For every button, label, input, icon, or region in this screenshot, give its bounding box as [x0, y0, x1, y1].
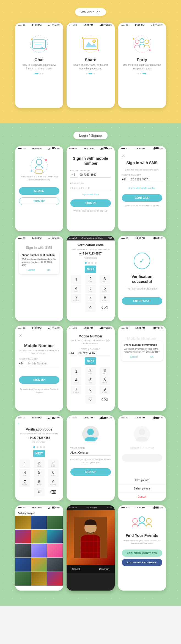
key-9[interactable]: 9WXYZ — [100, 294, 110, 303]
backspace-key[interactable]: ⌫ — [100, 395, 110, 404]
gallery-cell-7[interactable] — [15, 544, 31, 558]
continue-button[interactable]: CONTINUE — [122, 194, 162, 202]
next-button[interactable]: NEXT — [85, 357, 97, 365]
cancel-button[interactable]: Cancel — [118, 493, 166, 501]
country-code[interactable]: +44 — [70, 172, 78, 178]
gallery-cell-4[interactable] — [15, 530, 31, 543]
section-label-walkthrough: Walkthrough — [6, 8, 175, 16]
phone-number-field[interactable]: Mobile Number — [28, 361, 59, 366]
add-from-facebook-button[interactable]: ADD FROM FACEBOOK — [122, 559, 162, 566]
cancel-button[interactable]: Cancel — [72, 568, 80, 570]
phone-number-field[interactable]: 20 7123 4567 — [80, 172, 111, 178]
status-icons: 98% — [100, 147, 112, 150]
edit-badge[interactable]: ✏ — [94, 437, 99, 442]
gallery-cell-6[interactable] — [47, 530, 63, 543]
cancel-button[interactable]: Cancel — [130, 355, 138, 359]
key-4[interactable]: 4GHI — [71, 376, 81, 385]
notif-actions: Cancel OK — [22, 268, 57, 272]
key-3[interactable]: 3DEF — [48, 459, 59, 468]
key-4[interactable]: 4GHI — [20, 469, 30, 478]
time: 14:05 PM — [135, 506, 145, 509]
username-field[interactable] — [70, 450, 111, 456]
ok-button[interactable]: OK — [47, 268, 51, 272]
camera-status-bar: ●●●● 3G 14:08 PM 100% — [67, 505, 115, 510]
key-5[interactable]: 5JKL — [34, 469, 44, 478]
carrier: ●●●● 3G — [18, 147, 26, 149]
next-button[interactable]: NEXT — [33, 450, 45, 457]
signup-button[interactable]: SIGN UP — [19, 197, 59, 205]
password-field[interactable] — [70, 185, 111, 191]
key-8[interactable]: 8TUV — [85, 386, 96, 394]
new-account-link[interactable]: Want to have an account? Sign Up — [125, 204, 159, 207]
gallery-cell-14[interactable] — [31, 572, 47, 586]
new-account-link[interactable]: Want to have an account? Sign Up — [73, 210, 107, 212]
key-5[interactable]: 5JKL — [85, 376, 96, 385]
phone-label: PHONE NUMBER — [70, 169, 111, 172]
key-6[interactable]: 6MNO — [100, 285, 110, 293]
key-7[interactable]: 7PQRS — [20, 478, 30, 487]
gallery-cell-3[interactable] — [47, 516, 63, 529]
take-picture-button[interactable]: Take picture — [118, 476, 166, 485]
enter-chat-button[interactable]: ENTER CHAT — [122, 297, 162, 305]
phone-number-field[interactable]: 20 7123 4567 — [131, 177, 162, 182]
key-8[interactable]: 8TUV — [34, 478, 44, 487]
gallery-cell-2[interactable] — [31, 516, 47, 529]
key-9[interactable]: 9WXYZ — [48, 478, 59, 487]
add-from-contacts-button[interactable]: ADD FROM CONTACTS — [122, 550, 162, 557]
signup-button[interactable]: SIGN UP — [19, 376, 59, 384]
phone-field[interactable]: 20 7123 4567 — [79, 351, 112, 356]
signin-button[interactable]: SIGN IN — [19, 187, 59, 195]
signin-mobile-link[interactable]: Sign in with Mobile Number — [128, 187, 155, 189]
gallery-cell-12[interactable] — [47, 558, 63, 572]
cancel-button[interactable]: Cancel — [28, 268, 35, 272]
key-8[interactable]: 8TUV — [85, 294, 96, 303]
gallery-cell-8[interactable] — [31, 544, 47, 558]
gallery-cell-9[interactable] — [47, 544, 63, 558]
signin-submit-button[interactable]: SIGN IN — [70, 199, 111, 207]
key-0[interactable]: 0 — [34, 488, 44, 496]
gallery-cell-13[interactable] — [15, 572, 31, 586]
battery-pct: 98% — [159, 417, 163, 419]
key-1[interactable]: 1 — [20, 459, 30, 468]
key-7[interactable]: 7PQRS — [71, 294, 81, 303]
key-6[interactable]: 6MNO — [100, 376, 110, 385]
key-9[interactable]: 9WXYZ — [100, 386, 110, 394]
gallery-cell-1[interactable] — [15, 516, 31, 529]
share-desc: Share photos, video, audio and everythin… — [70, 63, 111, 70]
key-7[interactable]: 7PQRS — [71, 386, 81, 394]
select-picture-button[interactable]: Select picture — [118, 485, 166, 493]
profile-avatar[interactable]: ✏ — [82, 426, 99, 442]
gallery-cell-11[interactable] — [31, 558, 47, 572]
country-code[interactable]: +44 — [122, 177, 130, 182]
chat-illustration — [27, 33, 51, 55]
phone-body: ✓ Verification successful You can use th… — [118, 240, 166, 310]
key-3[interactable]: 3DEF — [100, 275, 110, 284]
continue-button[interactable]: Continue — [99, 568, 109, 570]
key-4[interactable]: 4GHI — [71, 285, 81, 293]
backspace-key[interactable]: ⌫ — [100, 303, 110, 312]
gallery-cell-15[interactable] — [47, 572, 63, 586]
gallery-cell-5[interactable] — [31, 530, 47, 543]
key-1[interactable]: 1 — [71, 275, 81, 284]
back-button[interactable]: ‹ — [18, 421, 19, 425]
phone-body: Sign In with mobile number PHONE NUMBER … — [67, 150, 115, 215]
key-2[interactable]: 2ABC — [85, 367, 96, 376]
key-6[interactable]: 6MNO — [48, 469, 59, 478]
key-0[interactable]: 0 — [85, 395, 96, 404]
signin-with-sms-link[interactable]: Sign in with SMS — [82, 193, 99, 196]
ok-button[interactable]: OK — [150, 355, 154, 359]
country-code[interactable]: +44 — [19, 361, 27, 366]
backspace-key[interactable]: ⌫ — [48, 488, 59, 496]
close-button[interactable]: ✕ — [122, 154, 125, 158]
gallery-cell-10[interactable] — [15, 558, 31, 572]
key-5[interactable]: 5JKL — [85, 285, 96, 293]
key-2[interactable]: 2ABC — [85, 275, 96, 284]
signup-button[interactable]: SIGN UP — [70, 468, 111, 476]
next-button[interactable]: NEXT — [85, 266, 97, 273]
key-2[interactable]: 2ABC — [34, 459, 44, 468]
close-button[interactable]: ✕ — [19, 333, 22, 338]
country-code[interactable]: +44 — [69, 351, 77, 356]
key-3[interactable]: 3DEF — [100, 367, 110, 376]
key-0[interactable]: 0 — [85, 303, 96, 312]
key-1[interactable]: 1 — [71, 367, 81, 376]
